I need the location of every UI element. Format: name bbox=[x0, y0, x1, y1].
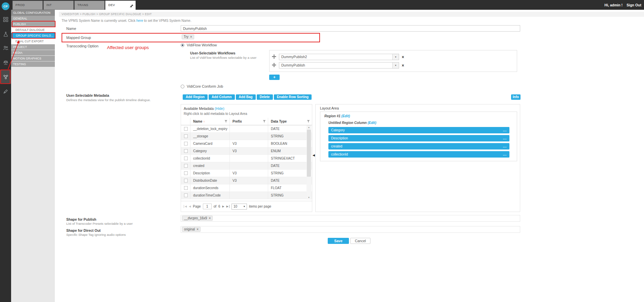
row-checkbox[interactable] bbox=[184, 142, 188, 145]
splitter-collapse-icon[interactable]: ◀ bbox=[313, 154, 315, 157]
breadcrumb[interactable]: VIDIEDITOR > PUBLISH > GROUP SPECIFIC DI… bbox=[59, 12, 644, 17]
row-checkbox[interactable] bbox=[184, 186, 188, 190]
row-checkbox[interactable] bbox=[184, 157, 188, 160]
metadata-row[interactable]: durationSeconds FLOAT bbox=[181, 184, 312, 192]
nav-item-default-dialogue[interactable]: DEFAULT DIALOGUE bbox=[11, 27, 55, 33]
layout-item-collectionid[interactable]: collectionId ... bbox=[328, 151, 509, 158]
layout-item-created[interactable]: created ... bbox=[328, 143, 509, 149]
enable-row-sorting-button[interactable]: Enable Row Sorting bbox=[274, 94, 312, 100]
vidicore-radio[interactable] bbox=[181, 85, 184, 88]
shape-direct-out-tag[interactable]: original × bbox=[182, 227, 201, 232]
filter-icon[interactable] bbox=[307, 120, 310, 123]
remove-tag-icon[interactable]: × bbox=[190, 35, 192, 39]
chevron-down-icon[interactable]: ▼ bbox=[392, 54, 399, 60]
tab-trans[interactable]: TRANS bbox=[74, 1, 105, 10]
metadata-row[interactable]: Category V3 ENUM bbox=[181, 147, 312, 155]
shape-publish-tag[interactable]: __dvcpro_16x9 × bbox=[182, 216, 213, 221]
grid-scrollbar[interactable]: ▲ ▼ bbox=[307, 125, 311, 200]
metadata-row[interactable]: durationTimeCode STRING bbox=[181, 192, 312, 199]
nav-item-group-specific-dialogue[interactable]: GROUP SPECIFIC DIALO... bbox=[11, 33, 55, 38]
flask-icon[interactable] bbox=[0, 29, 11, 39]
row-checkbox[interactable] bbox=[184, 134, 188, 138]
metadata-row[interactable]: DistributionDate V3 DATE bbox=[181, 177, 312, 184]
vpms-here-link[interactable]: here bbox=[136, 19, 143, 23]
workflow-dropdown[interactable]: DummyPublish2 ▼ bbox=[279, 54, 399, 60]
prev-page-icon[interactable]: ◀ bbox=[189, 205, 191, 208]
nav-item-final-cut-export[interactable]: FINAL CUT EXPORT bbox=[11, 39, 55, 44]
nav-item-motion-graphics[interactable]: MOTION GRAPHICS bbox=[11, 56, 55, 61]
row-checkbox[interactable] bbox=[184, 127, 188, 131]
drag-handle-icon[interactable] bbox=[272, 63, 276, 68]
item-menu-icon[interactable]: ... bbox=[503, 136, 507, 140]
scroll-thumb[interactable] bbox=[307, 130, 311, 177]
shape-for-publish-field[interactable]: __dvcpro_16x9 × bbox=[181, 215, 520, 222]
name-input[interactable] bbox=[181, 25, 520, 32]
next-page-icon[interactable]: ▶ bbox=[222, 205, 224, 208]
remove-workflow-icon[interactable]: × bbox=[402, 63, 404, 68]
vidiflow-radio[interactable] bbox=[181, 43, 184, 47]
grid-modules-icon[interactable] bbox=[0, 14, 11, 25]
nav-item-publish[interactable]: PUBLISH bbox=[11, 21, 55, 27]
remove-tag-icon[interactable]: × bbox=[209, 217, 211, 220]
info-button[interactable]: Info bbox=[511, 94, 521, 100]
page-input[interactable] bbox=[203, 204, 212, 209]
metadata-row[interactable]: __storage STRING bbox=[181, 133, 312, 140]
metadata-row[interactable]: CameraCard V3 BOOLEAN bbox=[181, 140, 312, 147]
chevron-down-icon[interactable]: ▼ bbox=[392, 62, 399, 68]
remove-tag-icon[interactable]: × bbox=[196, 228, 199, 231]
column-edit-link[interactable]: (Edit) bbox=[368, 121, 377, 125]
tab-prod[interactable]: PROD bbox=[12, 1, 43, 10]
row-checkbox[interactable] bbox=[184, 193, 188, 197]
row-checkbox[interactable] bbox=[184, 179, 188, 182]
page-size-select[interactable]: 10 ▼ bbox=[231, 204, 247, 210]
add-bag-button[interactable]: Add Bag bbox=[236, 94, 256, 100]
column-header-data-type[interactable]: Data Type bbox=[268, 118, 312, 125]
add-column-button[interactable]: Add Column bbox=[209, 94, 235, 100]
drag-handle-icon[interactable] bbox=[272, 54, 276, 59]
metadata-row[interactable]: Description V3 STRING bbox=[181, 170, 312, 177]
nav-item-project[interactable]: PROJECT bbox=[11, 44, 55, 50]
delete-button[interactable]: Delete bbox=[257, 94, 273, 100]
user-avatar[interactable]: CP bbox=[2, 2, 9, 10]
item-menu-icon[interactable]: ... bbox=[503, 144, 507, 148]
scroll-down-icon[interactable]: ▼ bbox=[307, 196, 311, 200]
scroll-up-icon[interactable]: ▲ bbox=[307, 125, 311, 129]
row-checkbox[interactable] bbox=[184, 171, 188, 175]
add-region-button[interactable]: Add Region bbox=[183, 94, 208, 100]
nav-item-media[interactable]: MEDIA bbox=[11, 50, 55, 55]
last-page-icon[interactable]: ▶ bbox=[226, 205, 229, 208]
users-icon[interactable] bbox=[0, 43, 11, 53]
metadata-row[interactable]: created DATE bbox=[181, 162, 312, 170]
item-menu-icon[interactable]: ... bbox=[503, 153, 507, 156]
metadata-row[interactable]: __deletion_lock_expiry DATE bbox=[181, 125, 312, 133]
hide-link[interactable]: (Hide) bbox=[215, 106, 224, 111]
mapped-group-tag[interactable]: Try × bbox=[182, 34, 194, 39]
layout-item-description[interactable]: Description ... bbox=[328, 135, 509, 141]
nav-item-general[interactable]: GENERAL bbox=[11, 16, 55, 21]
save-button[interactable]: Save bbox=[328, 238, 349, 244]
shape-for-direct-out-field[interactable]: original × bbox=[181, 226, 520, 233]
row-checkbox[interactable] bbox=[184, 164, 188, 168]
tab-dev[interactable]: DEV bbox=[105, 1, 136, 10]
scale-icon[interactable] bbox=[0, 57, 11, 68]
row-checkbox[interactable] bbox=[184, 149, 188, 153]
first-page-icon[interactable]: ◀ bbox=[184, 205, 187, 208]
filter-icon[interactable] bbox=[263, 120, 266, 123]
cancel-button[interactable]: Cancel bbox=[350, 238, 370, 244]
configuration-nodes-icon[interactable] bbox=[0, 70, 11, 84]
column-header-prefix[interactable]: Prefix bbox=[230, 118, 268, 125]
remove-workflow-icon[interactable]: × bbox=[402, 55, 404, 59]
metadata-row[interactable]: collectionId STRINGEXACT bbox=[181, 155, 312, 162]
sign-out-link[interactable]: Sign Out bbox=[627, 3, 641, 7]
pin-icon[interactable] bbox=[130, 3, 134, 11]
nav-item-testing[interactable]: TESTING bbox=[11, 61, 55, 67]
tab-int[interactable]: INT bbox=[43, 1, 74, 10]
region-edit-link[interactable]: (Edit) bbox=[342, 114, 350, 118]
add-workflow-button[interactable]: + bbox=[269, 75, 280, 80]
item-menu-icon[interactable]: ... bbox=[503, 128, 507, 132]
filter-icon[interactable] bbox=[224, 120, 227, 123]
workflow-dropdown[interactable]: DummyPublish ▼ bbox=[279, 62, 399, 69]
pen-icon[interactable] bbox=[0, 86, 11, 96]
column-header-name[interactable]: Name ↑ bbox=[190, 118, 230, 125]
layout-item-category[interactable]: Category ... bbox=[328, 127, 509, 133]
